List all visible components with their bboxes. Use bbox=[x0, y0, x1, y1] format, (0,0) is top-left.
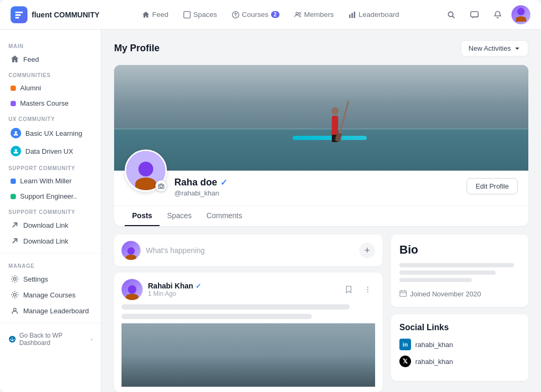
sidebar-item-learn-miller[interactable]: Learn With Miller bbox=[2, 173, 99, 189]
sidebar-item-support-eng[interactable]: Support Engineer.. bbox=[2, 189, 99, 204]
profile-name-wrap: Raha doe ✓ @rahabi_khan bbox=[174, 171, 227, 197]
bio-line-1 bbox=[399, 263, 514, 267]
profile-avatar-wrap bbox=[125, 150, 167, 192]
figure-head bbox=[331, 107, 339, 115]
sidebar-item-manage-leaderboard[interactable]: Manage Leaderboard bbox=[2, 303, 99, 319]
post-text-line-2 bbox=[122, 314, 312, 319]
paddleboard bbox=[293, 136, 367, 140]
svg-point-3 bbox=[299, 12, 301, 14]
post-image bbox=[122, 323, 375, 387]
post-card: Rahabi Khan ✓ 1 Min Ago bbox=[114, 273, 383, 392]
avatar-head bbox=[138, 162, 153, 176]
sidebar-item-settings[interactable]: Settings bbox=[2, 271, 99, 287]
basic-ux-avatar bbox=[11, 128, 21, 138]
sidebar-item-masters[interactable]: Masters Course bbox=[2, 96, 99, 111]
nav-members[interactable]: Members bbox=[288, 7, 340, 22]
camera-add-button[interactable] bbox=[155, 180, 167, 192]
sidebar-item-manage-courses[interactable]: Manage Courses bbox=[2, 287, 99, 303]
wp-link-chevron: › bbox=[91, 337, 92, 342]
post-time: 1 Min Ago bbox=[148, 290, 336, 297]
bookmark-button[interactable] bbox=[341, 282, 356, 297]
svg-point-18 bbox=[367, 289, 368, 290]
edit-profile-button[interactable]: Edit Profile bbox=[467, 178, 518, 194]
twitter-icon: 𝕏 bbox=[399, 356, 411, 367]
tab-comments[interactable]: Comments bbox=[199, 206, 250, 226]
profile-left: Raha doe ✓ @rahabi_khan bbox=[125, 171, 227, 197]
svg-rect-5 bbox=[351, 13, 353, 18]
alumni-dot bbox=[11, 86, 16, 91]
profile-handle: @rahabi_khan bbox=[174, 189, 227, 197]
sidebar-section-main: MAIN bbox=[0, 38, 101, 51]
sidebar-item-download1[interactable]: Download Link bbox=[2, 217, 99, 233]
post-image-overlay bbox=[122, 355, 375, 387]
sidebar-item-data-ux[interactable]: Data Driven UX bbox=[2, 142, 99, 160]
post-add-button[interactable]: + bbox=[359, 242, 375, 258]
social-card: Social Links in rahabi_khan 𝕏 rahabi_kha… bbox=[391, 314, 528, 381]
profile-tabs: Posts Spaces Comments bbox=[114, 206, 528, 226]
nav-feed[interactable]: Feed bbox=[136, 7, 175, 22]
top-nav: fluent COMMUNITY Feed Spaces Courses 2 bbox=[0, 0, 541, 30]
support-eng-dot bbox=[11, 194, 16, 199]
brand: fluent COMMUNITY bbox=[11, 6, 99, 23]
content-grid: What's happening + bbox=[114, 235, 528, 392]
nav-links: Feed Spaces Courses 2 Members Leaderboar bbox=[112, 7, 429, 22]
svg-point-17 bbox=[367, 286, 368, 287]
wp-dashboard-link[interactable]: Go Back to WP Dashboard › bbox=[0, 328, 101, 351]
bio-line-3 bbox=[399, 278, 472, 282]
post-user-info: Rahabi Khan ✓ 1 Min Ago bbox=[148, 282, 336, 297]
nav-leaderboard[interactable]: Leaderboard bbox=[342, 7, 406, 22]
more-options-button[interactable] bbox=[360, 282, 375, 297]
cover-photo bbox=[114, 65, 528, 171]
horizon bbox=[114, 128, 528, 129]
tab-posts[interactable]: Posts bbox=[125, 206, 160, 226]
bio-line-2 bbox=[399, 270, 496, 275]
post-body bbox=[114, 304, 383, 392]
profile-name: Raha doe ✓ bbox=[174, 177, 227, 188]
main-content: My Profile New Activities bbox=[101, 30, 541, 392]
bio-title: Bio bbox=[399, 243, 520, 257]
page-header: My Profile New Activities bbox=[114, 40, 528, 57]
brand-name: fluent COMMUNITY bbox=[32, 11, 99, 19]
figure-body bbox=[332, 116, 338, 136]
notifications-button[interactable] bbox=[488, 5, 507, 24]
svg-rect-9 bbox=[471, 12, 478, 17]
sky bbox=[114, 65, 528, 134]
sidebar-item-feed[interactable]: Feed bbox=[2, 51, 99, 67]
sidebar-divider-2 bbox=[0, 323, 101, 323]
post-input[interactable]: What's happening bbox=[146, 246, 354, 255]
posts-column: What's happening + bbox=[114, 235, 383, 392]
svg-point-19 bbox=[367, 291, 368, 292]
nav-courses[interactable]: Courses 2 bbox=[226, 7, 286, 22]
post-text-line-1 bbox=[122, 304, 350, 310]
calendar-icon bbox=[399, 290, 407, 298]
post-box-avatar bbox=[122, 241, 141, 260]
svg-line-8 bbox=[453, 16, 455, 18]
cover-scene bbox=[114, 65, 528, 171]
social-twitter[interactable]: 𝕏 rahabi_khan bbox=[399, 356, 520, 367]
social-linkedin[interactable]: in rahabi_khan bbox=[399, 339, 520, 350]
sidebar-item-alumni[interactable]: Alumni bbox=[2, 80, 99, 96]
verified-badge: ✓ bbox=[220, 178, 227, 188]
post-box: What's happening + bbox=[114, 235, 383, 266]
learn-miller-dot bbox=[11, 179, 16, 184]
page-title: My Profile bbox=[114, 43, 160, 54]
post-user-avatar bbox=[122, 279, 143, 300]
svg-point-12 bbox=[14, 278, 16, 281]
sidebar-item-basic-ux[interactable]: Basic UX Learning bbox=[2, 124, 99, 142]
messages-button[interactable] bbox=[465, 5, 484, 24]
nav-spaces[interactable]: Spaces bbox=[177, 7, 223, 22]
post-actions bbox=[341, 282, 375, 297]
profile-card: Raha doe ✓ @rahabi_khan Edit Profile Pos… bbox=[114, 65, 528, 226]
post-username: Rahabi Khan ✓ bbox=[148, 282, 336, 290]
sidebar-section-manage: MANAGE bbox=[0, 258, 101, 271]
search-button[interactable] bbox=[442, 5, 461, 24]
user-avatar-nav[interactable] bbox=[511, 5, 530, 24]
svg-point-13 bbox=[14, 294, 16, 296]
tab-spaces[interactable]: Spaces bbox=[160, 206, 199, 226]
bio-card: Bio Joined November 2020 bbox=[391, 235, 528, 307]
svg-point-11 bbox=[15, 149, 17, 152]
new-activities-button[interactable]: New Activities bbox=[461, 40, 528, 57]
svg-point-7 bbox=[449, 12, 453, 16]
svg-point-2 bbox=[296, 12, 298, 14]
sidebar-item-download2[interactable]: Download Link bbox=[2, 233, 99, 249]
